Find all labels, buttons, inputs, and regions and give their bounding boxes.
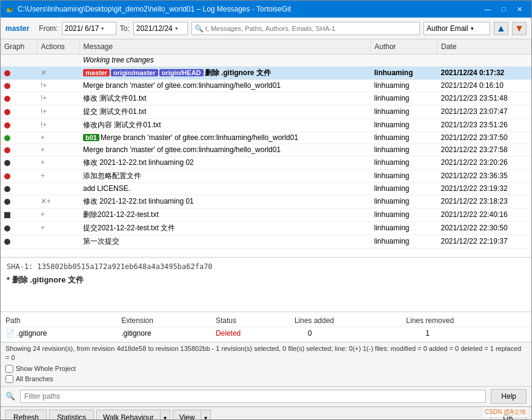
table-row[interactable]: +删除2021-12-22-test.txtlinhuaming2021/12/…: [1, 208, 531, 221]
show-whole-project-label: Show Whole Project: [16, 364, 76, 373]
table-row[interactable]: !+修改 测试文件01.txtlinhuaming2021/12/23 23:5…: [1, 92, 531, 105]
date-cell: 2021/12/22 23:20:26: [437, 156, 531, 169]
view-button[interactable]: View: [173, 410, 201, 419]
graph-cell: [1, 195, 37, 208]
message-cell: 修改 2021-12-22.txt linhuaming 01: [79, 195, 371, 208]
message-cell: 提交 测试文件01.txt: [79, 105, 371, 118]
file-col-lines-removed[interactable]: Lines removed: [401, 315, 531, 327]
file-table-row[interactable]: 📄.gitignore.gitignoreDeleted01: [1, 327, 531, 340]
actions-cell: ✕+: [37, 195, 79, 208]
date-cell: 2021/12/24 0:16:10: [437, 79, 531, 92]
all-branches-checkbox[interactable]: [5, 375, 13, 383]
log-table: Graph Actions Message Author Date Workin…: [1, 39, 531, 248]
file-col-status[interactable]: Status: [211, 315, 290, 327]
author-cell: linhuaming: [371, 66, 437, 79]
table-row[interactable]: +Merge branch 'master' of gitee.com:linh…: [1, 144, 531, 156]
maximize-button[interactable]: □: [496, 3, 511, 15]
table-header-row: Graph Actions Message Author Date: [1, 39, 531, 54]
all-branches-checkbox-wrap[interactable]: All Branches: [5, 375, 527, 384]
message-cell: add LICENSE.: [79, 182, 371, 195]
actions-cell: !+: [37, 79, 79, 92]
table-row[interactable]: ✕+修改 2021-12-22.txt linhuaming 01linhuam…: [1, 195, 531, 208]
walk-behaviour-button[interactable]: Walk Behaviour: [96, 410, 160, 419]
col-header-graph[interactable]: Graph: [1, 39, 37, 54]
table-row[interactable]: +提交2021-12-22-test.txt 文件linhuaming2021/…: [1, 221, 531, 235]
to-date-input[interactable]: 2021/12/24 ▾: [133, 22, 188, 35]
show-whole-project-checkbox-wrap[interactable]: Show Whole Project: [5, 364, 76, 373]
actions-cell: !+: [37, 118, 79, 132]
search-input[interactable]: [205, 25, 417, 32]
table-row[interactable]: add LICENSE.linhuaming2021/12/22 23:19:3…: [1, 182, 531, 195]
col-header-actions[interactable]: Actions: [37, 39, 79, 54]
actions-cell: +: [37, 144, 79, 156]
show-whole-project-checkbox[interactable]: [5, 365, 13, 373]
window-controls: — □ ✕: [480, 3, 527, 15]
file-table-header-row: Path Extension Status Lines added Lines …: [1, 315, 531, 327]
close-button[interactable]: ✕: [512, 3, 527, 15]
message-cell: 修改 2021-12-22.txt linhuaming 02: [79, 156, 371, 169]
file-col-path[interactable]: Path: [1, 315, 116, 327]
author-cell: linhuaming: [371, 92, 437, 105]
table-row[interactable]: !+Merge branch 'master' of gitee.com:lin…: [1, 79, 531, 92]
date-cell: 2021/12/23 23:07:47: [437, 105, 531, 118]
nav-up-button[interactable]: ▲: [494, 22, 508, 35]
message-cell: 修改 测试文件01.txt: [79, 92, 371, 105]
help-button[interactable]: Help: [491, 389, 527, 404]
to-date-arrow[interactable]: ▾: [175, 25, 178, 32]
author-cell: linhuaming: [371, 221, 437, 235]
date-cell: 2021/12/22 22:40:16: [437, 208, 531, 221]
table-row[interactable]: +修改 2021-12-22.txt linhuaming 02linhuami…: [1, 156, 531, 169]
author-cell: linhuaming: [371, 144, 437, 156]
col-header-message[interactable]: Message: [79, 39, 371, 54]
table-row[interactable]: !+提交 测试文件01.txtlinhuaming2021/12/23 23:0…: [1, 105, 531, 118]
all-branches-wrap[interactable]: All Branches: [5, 375, 527, 384]
from-date-input[interactable]: 2021/ 6/17 ▾: [62, 22, 116, 35]
message-cell: masterorigin/masterorigin/HEAD删除 .gitign…: [79, 66, 371, 79]
table-row[interactable]: !+修改内容 测试文件01.txtlinhuaming2021/12/23 23…: [1, 118, 531, 132]
file-col-lines-added[interactable]: Lines added: [290, 315, 401, 327]
actions-cell: +: [37, 132, 79, 144]
filter-search-icon: 🔍: [5, 392, 15, 401]
author-cell: linhuaming: [371, 208, 437, 221]
table-row[interactable]: +b01Merge branch 'master' of gitee.com:l…: [1, 132, 531, 144]
search-box[interactable]: 🔍: [191, 22, 420, 35]
date-cell: 2021/12/22 23:37:50: [437, 132, 531, 144]
to-label: To:: [120, 24, 130, 33]
author-cell: linhuaming: [371, 156, 437, 169]
sha-value: 135802bb0515a172a921eb648a4a3495ba62fa70: [38, 262, 213, 271]
file-lines-added-cell: 0: [290, 327, 401, 340]
table-row[interactable]: ✕masterorigin/masterorigin/HEAD删除 .gitig…: [1, 66, 531, 79]
file-list-section: Path Extension Status Lines added Lines …: [1, 312, 531, 342]
table-row[interactable]: +添加忽略配置文件linhuaming2021/12/22 23:36:35: [1, 169, 531, 182]
graph-cell: [1, 144, 37, 156]
table-row[interactable]: 第一次提交linhuaming2021/12/22 22:19:37: [1, 235, 531, 248]
message-cell: 提交2021-12-22-test.txt 文件: [79, 221, 371, 235]
window-title: C:\Users\linhuaming\Desktop\git_demo2\he…: [18, 5, 480, 13]
view-arrow[interactable]: ▾: [201, 410, 211, 419]
minimize-button[interactable]: —: [480, 3, 495, 15]
col-header-author[interactable]: Author: [371, 39, 437, 54]
statistics-button[interactable]: Statistics: [49, 410, 94, 419]
message-cell: 添加忽略配置文件: [79, 169, 371, 182]
log-table-container[interactable]: Graph Actions Message Author Date Workin…: [1, 39, 531, 258]
filter-dropdown-arrow[interactable]: ▾: [471, 25, 474, 32]
nav-down-button[interactable]: ▼: [512, 22, 527, 35]
filter-dropdown[interactable]: Author Email ▾: [424, 22, 490, 35]
date-cell: 2021/12/22 22:30:50: [437, 221, 531, 235]
author-cell: linhuaming: [371, 132, 437, 144]
file-extension-cell: .gitignore: [116, 327, 211, 340]
graph-cell: [1, 132, 37, 144]
walk-behaviour-split-button: Walk Behaviour ▾: [96, 410, 170, 419]
filter-bar: 🔍 Help: [1, 387, 531, 407]
walk-behaviour-arrow[interactable]: ▾: [160, 410, 170, 419]
col-header-date[interactable]: Date: [437, 39, 531, 54]
author-cell: linhuaming: [371, 118, 437, 132]
file-col-extension[interactable]: Extension: [116, 315, 211, 327]
sha-line: SHA-1: 135802bb0515a172a921eb648a4a3495b…: [7, 262, 525, 271]
working-tree-label: Working tree changes: [79, 54, 371, 66]
refresh-button[interactable]: Refresh: [5, 410, 47, 419]
filter-paths-input[interactable]: [20, 390, 486, 403]
message-cell: Merge branch 'master' of gitee.com:linhu…: [79, 79, 371, 92]
date-cell: 2021/12/22 23:18:23: [437, 195, 531, 208]
from-date-arrow[interactable]: ▾: [101, 25, 104, 32]
